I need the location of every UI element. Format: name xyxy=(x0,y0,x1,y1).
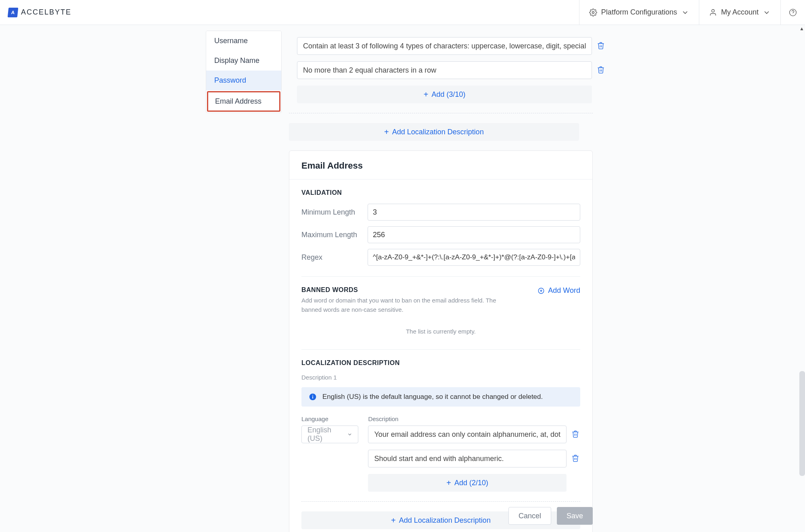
sidebar-item-username[interactable]: Username xyxy=(206,31,281,51)
chevron-down-icon xyxy=(347,432,353,437)
form-footer: Cancel Save xyxy=(289,507,593,525)
add-email-description-label: Add (2/10) xyxy=(454,479,488,487)
banned-words-subtext: Add word or domain that you want to ban … xyxy=(301,296,511,314)
add-localization-description-button[interactable]: + Add Localization Description xyxy=(289,123,579,141)
svg-rect-8 xyxy=(312,396,313,398)
add-localization-description-label: Add Localization Description xyxy=(392,128,484,136)
info-icon xyxy=(309,393,317,401)
trash-icon xyxy=(571,454,579,462)
help-button[interactable] xyxy=(780,0,805,25)
sidebar-item-password[interactable]: Password xyxy=(206,71,281,90)
description-index-label: Description 1 xyxy=(301,374,580,381)
svg-rect-9 xyxy=(312,395,313,396)
validation-heading: VALIDATION xyxy=(301,189,580,196)
delete-description-button[interactable] xyxy=(571,454,580,463)
add-email-description-button[interactable]: + Add (2/10) xyxy=(368,474,567,492)
regex-label: Regex xyxy=(301,253,368,262)
description-label: Description xyxy=(368,415,580,422)
user-icon xyxy=(709,8,717,17)
sidebar-item-display-name[interactable]: Display Name xyxy=(206,51,281,71)
password-description-input-2[interactable]: No more than 2 equal characters in a row xyxy=(297,61,592,79)
default-language-info-banner: English (US) is the default language, so… xyxy=(301,387,580,407)
minimum-length-label: Minimum Length xyxy=(301,208,368,217)
info-banner-text: English (US) is the default language, so… xyxy=(322,393,543,401)
svg-point-2 xyxy=(790,9,797,16)
svg-point-1 xyxy=(712,9,715,12)
maximum-length-label: Maximum Length xyxy=(301,231,368,239)
plus-circle-icon xyxy=(537,287,545,294)
platform-configurations-menu[interactable]: Platform Configurations xyxy=(579,0,699,25)
banned-words-empty-message: The list is currently empty. xyxy=(301,314,580,339)
brand: A ACCELBYTE xyxy=(8,8,71,17)
platform-configurations-label: Platform Configurations xyxy=(601,8,677,17)
save-button[interactable]: Save xyxy=(557,507,593,525)
brand-logo-icon: A xyxy=(8,8,19,17)
email-address-card: Email Address VALIDATION Minimum Length … xyxy=(289,150,593,532)
sidebar-item-email-address[interactable]: Email Address xyxy=(207,91,280,112)
email-description-input-2[interactable]: Should start and end with alphanumeric. xyxy=(368,450,567,467)
trash-icon xyxy=(597,42,605,50)
help-icon xyxy=(789,8,797,17)
delete-description-button[interactable] xyxy=(571,430,580,439)
maximum-length-input[interactable] xyxy=(368,226,580,243)
chevron-down-icon xyxy=(763,8,771,17)
trash-icon xyxy=(571,430,579,438)
plus-icon: + xyxy=(446,479,451,487)
brand-name: ACCELBYTE xyxy=(21,8,71,17)
localization-heading: LOCALIZATION DESCRIPTION xyxy=(301,359,580,367)
cancel-button[interactable]: Cancel xyxy=(508,507,551,525)
my-account-label: My Account xyxy=(721,8,759,17)
scrollbar-thumb[interactable] xyxy=(799,371,805,476)
email-address-title: Email Address xyxy=(289,151,592,179)
scroll-up-icon[interactable]: ▲ xyxy=(799,26,804,31)
password-description-input-1[interactable]: Contain at least 3 of following 4 types … xyxy=(297,37,592,55)
plus-icon: + xyxy=(424,90,429,98)
chevron-down-icon xyxy=(681,8,689,17)
svg-point-0 xyxy=(592,11,594,13)
delete-description-button[interactable] xyxy=(597,42,606,50)
language-label: Language xyxy=(301,415,358,422)
add-word-button[interactable]: Add Word xyxy=(537,286,580,295)
add-password-description-button[interactable]: + Add (3/10) xyxy=(297,86,592,103)
add-password-description-label: Add (3/10) xyxy=(432,90,466,99)
plus-icon: + xyxy=(384,128,389,136)
minimum-length-input[interactable] xyxy=(368,204,580,221)
email-description-input-1[interactable]: Your email address can only contain alph… xyxy=(368,426,567,443)
add-word-label: Add Word xyxy=(548,286,580,295)
field-nav: Username Display Name Password Email Add… xyxy=(206,31,282,113)
delete-description-button[interactable] xyxy=(597,66,606,75)
language-select[interactable]: English (US) xyxy=(301,426,358,443)
regex-input[interactable] xyxy=(368,249,580,266)
banned-words-heading: BANNED WORDS xyxy=(301,286,511,294)
app-header: A ACCELBYTE Platform Configurations My A… xyxy=(0,0,805,25)
gear-icon xyxy=(589,8,597,17)
trash-icon xyxy=(597,66,605,74)
my-account-menu[interactable]: My Account xyxy=(699,0,780,25)
language-select-value: English (US) xyxy=(307,426,347,443)
